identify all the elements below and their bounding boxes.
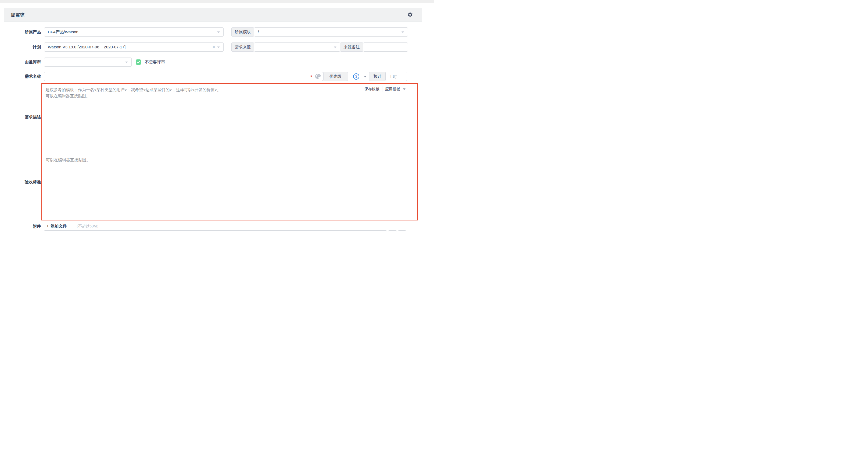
x-icon[interactable]: × [212,43,215,51]
chevron-down-icon [401,31,404,33]
module-select[interactable]: / [254,27,408,37]
palette-icon[interactable] [315,74,321,79]
product-select[interactable]: CFA产品/Watson [44,27,224,37]
estimate-addon-label: 预计 [370,72,385,81]
apply-template-button[interactable]: 应用模板 [385,87,400,92]
page-title: 提需求 [11,8,25,22]
top-strip [0,0,434,3]
reviewer-label: 由谁评审 [0,58,41,67]
spec-editor-placeholder: 建议参考的模板：作为一名<某种类型的用户>，我希望<达成某些目的>，这样可以<开… [46,87,355,99]
reviewer-select[interactable] [44,58,132,67]
product-label: 所属产品 [0,27,41,37]
chevron-down-icon [364,76,367,78]
story-name-label: 需求名称 [0,72,41,81]
plan-select[interactable]: Watson V3.19.0 [2020-07-06 ~ 2020-07-17]… [44,42,224,52]
chevron-down-icon [217,31,220,33]
plan-select-value: Watson V3.19.0 [2020-07-06 ~ 2020-07-17] [48,43,125,51]
plus-icon: + [46,223,49,229]
chevron-down-icon [403,88,405,90]
add-file-label: 添加文件 [51,224,67,229]
no-review-checkbox[interactable] [136,59,141,65]
no-review-label[interactable]: 不需要评审 [145,58,165,67]
module-addon-label: 所属模块 [231,27,254,37]
product-select-value: CFA产品/Watson [48,28,79,36]
estimate-input[interactable] [385,72,407,81]
files-label: 附件 [0,224,41,229]
spec-placeholder-line1: 建议参考的模板：作为一名<某种类型的用户>，我希望<达成某些目的>，这样可以<开… [46,87,355,93]
spec-label: 需求描述 [0,115,41,119]
submit-story-page: 提需求 所属产品 CFA产品/Watson 所属模块 / 计划 Watson V… [0,0,434,232]
save-template-button[interactable]: 保存模板 [364,87,379,92]
source-note-input[interactable] [363,42,408,52]
attachment-action-button-1[interactable] [388,230,397,232]
required-asterisk: * [310,72,312,82]
module-select-value: / [258,28,259,36]
spec-placeholder-line2: 可以在编辑器直接贴图。 [46,93,355,99]
file-size-hint: （不超过50M） [74,224,100,229]
source-note-addon-label: 来源备注 [340,42,363,52]
source-addon-label: 需求来源 [231,42,254,52]
chevron-down-icon [125,62,128,63]
toolbar-divider [382,86,382,92]
chevron-down-icon [217,47,220,48]
priority-addon-label: 优先级 [323,72,347,81]
priority-select[interactable]: 3 [347,72,370,81]
panel-header: 提需求 [4,8,422,22]
plan-label: 计划 [0,42,41,52]
source-select[interactable] [254,42,340,52]
attachment-file-input[interactable] [44,230,387,232]
add-file-button[interactable]: + 添加文件 [46,223,67,229]
priority-badge: 3 [353,73,359,80]
template-toolbar: 保存模板 应用模板 [364,86,405,92]
verify-editor-placeholder: 可以在编辑器直接贴图。 [46,157,90,163]
verify-label: 验收标准 [0,180,41,184]
attachment-action-button-2[interactable] [398,230,406,232]
editor-highlight-box[interactable] [41,83,418,220]
chevron-down-icon [334,47,336,48]
gear-icon[interactable] [407,12,413,18]
story-name-input[interactable] [44,72,323,81]
